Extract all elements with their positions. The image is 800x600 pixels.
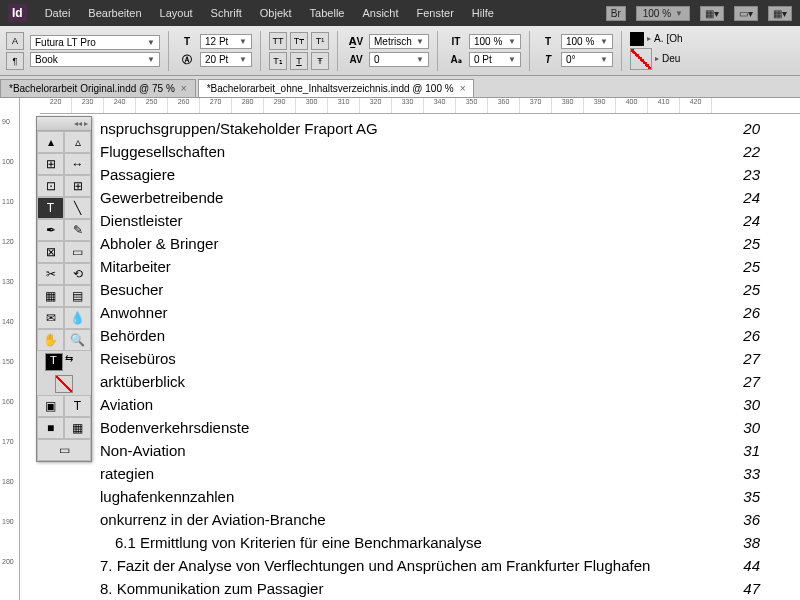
rectangle-tool[interactable]: ▭ (64, 241, 91, 263)
stroke-swatch[interactable] (55, 375, 73, 393)
formatting-container-button[interactable]: ▣ (37, 395, 64, 417)
zoom-tool[interactable]: 🔍 (64, 329, 91, 351)
char-format-button[interactable]: A (6, 32, 24, 50)
toc-entry[interactable]: Bodenverkehrsdienste30 (50, 417, 790, 440)
control-panel: A ¶ Futura LT Pro▼ Book▼ T12 Pt▼ Ⓐ20 Pt▼… (0, 26, 800, 76)
free-transform-tool[interactable]: ⟲ (64, 263, 91, 285)
toc-entry[interactable]: 7. Fazit der Analyse von Verflechtungen … (50, 555, 790, 578)
direct-selection-tool[interactable]: ▵ (64, 131, 91, 153)
kerning-icon: A̲V (346, 34, 366, 50)
toc-entry[interactable]: 6.1 Ermittlung von Kriterien für eine Be… (50, 532, 790, 555)
scissors-tool[interactable]: ✂ (37, 263, 64, 285)
font-family-dropdown[interactable]: Futura LT Pro▼ (30, 35, 160, 50)
stroke-none-icon[interactable] (630, 48, 652, 70)
toc-entry[interactable]: Anwohner26 (50, 302, 790, 325)
gap-tool[interactable]: ↔ (64, 153, 91, 175)
superscript-button[interactable]: T¹ (311, 32, 329, 50)
toc-entry[interactable]: onkurrenz in der Aviation-Branche36 (50, 509, 790, 532)
toc-entry[interactable]: Gewerbetreibende24 (50, 187, 790, 210)
toc-entry[interactable]: Besucher25 (50, 279, 790, 302)
hscale-dropdown[interactable]: 100 %▼ (561, 34, 613, 49)
toc-entry[interactable]: Aviation30 (50, 394, 790, 417)
baseline-dropdown[interactable]: 0 Pt▼ (469, 52, 521, 67)
fill-icon (630, 32, 644, 46)
tracking-dropdown[interactable]: 0▼ (369, 52, 429, 67)
skew-icon: T (538, 52, 558, 68)
document-tabs: *Bachelorarbeit Original.indd @ 75 %× *B… (0, 76, 800, 98)
toc-entry[interactable]: lughafenkennzahlen35 (50, 486, 790, 509)
leading-dropdown[interactable]: 20 Pt▼ (200, 52, 252, 67)
tools-panel: ◂◂ ▸ ▴ ▵ ⊞ ↔ ⊡ ⊞ T ╲ ✒ ✎ ⊠ ▭ ✂ ⟲ ▦ ▤ ✉ 💧… (36, 116, 92, 462)
allcaps-button[interactable]: TT (269, 32, 287, 50)
note-tool[interactable]: ✉ (37, 307, 64, 329)
rectangle-frame-tool[interactable]: ⊠ (37, 241, 64, 263)
pencil-tool[interactable]: ✎ (64, 219, 91, 241)
toc-entry[interactable]: rategien33 (50, 463, 790, 486)
eyedropper-tool[interactable]: 💧 (64, 307, 91, 329)
font-style-dropdown[interactable]: Book▼ (30, 52, 160, 67)
underline-button[interactable]: T (290, 52, 308, 70)
screen-mode-button[interactable]: ▭▾ (734, 6, 758, 21)
close-icon[interactable]: × (181, 83, 187, 94)
skew-dropdown[interactable]: 0°▼ (561, 52, 613, 67)
toc-entry[interactable]: nspruchsgruppen/Stakeholder Fraport AG20 (50, 118, 790, 141)
page-tool[interactable]: ⊞ (37, 153, 64, 175)
menu-tabelle[interactable]: Tabelle (310, 7, 345, 19)
menu-fenster[interactable]: Fenster (417, 7, 454, 19)
subscript-button[interactable]: T₁ (269, 52, 287, 70)
menu-schrift[interactable]: Schrift (211, 7, 242, 19)
toc-entry[interactable]: Behörden26 (50, 325, 790, 348)
swap-fill-stroke-icon[interactable]: ⇆ (65, 353, 83, 371)
toc-entry[interactable]: Fluggesellschaften22 (50, 141, 790, 164)
line-tool[interactable]: ╲ (64, 197, 91, 219)
toc-entry[interactable]: Mitarbeiter25 (50, 256, 790, 279)
content-placer-tool[interactable]: ⊞ (64, 175, 91, 197)
panel-collapse-icon[interactable]: ◂◂ ▸ (37, 117, 91, 131)
menu-bearbeiten[interactable]: Bearbeiten (88, 7, 141, 19)
vscale-dropdown[interactable]: 100 %▼ (469, 34, 521, 49)
toc-entry[interactable]: Reisebüros27 (50, 348, 790, 371)
toc-entry[interactable]: Dienstleister24 (50, 210, 790, 233)
strikethrough-button[interactable]: Ŧ (311, 52, 329, 70)
tab-doc-2[interactable]: *Bachelorarbeit_ohne_Inhaltsverzeichnis.… (198, 79, 475, 97)
toc-entry[interactable]: Passagiere23 (50, 164, 790, 187)
view-options-button[interactable]: ▦▾ (700, 6, 724, 21)
document-canvas[interactable]: 2202302402502602702802903003103203303403… (20, 98, 800, 600)
smallcaps-button[interactable]: Tᴛ (290, 32, 308, 50)
menu-datei[interactable]: Datei (45, 7, 71, 19)
gradient-swatch-tool[interactable]: ▦ (37, 285, 64, 307)
menu-layout[interactable]: Layout (160, 7, 193, 19)
menu-hilfe[interactable]: Hilfe (472, 7, 494, 19)
screen-mode-tool[interactable]: ▭ (37, 439, 91, 461)
formatting-text-button[interactable]: T (64, 395, 91, 417)
apply-gradient-button[interactable]: ▦ (64, 417, 91, 439)
menubar: Id Datei Bearbeiten Layout Schrift Objek… (0, 0, 800, 26)
pen-tool[interactable]: ✒ (37, 219, 64, 241)
content-collector-tool[interactable]: ⊡ (37, 175, 64, 197)
zoom-level[interactable]: 100 %▼ (636, 6, 690, 21)
selection-tool[interactable]: ▴ (37, 131, 64, 153)
menu-objekt[interactable]: Objekt (260, 7, 292, 19)
kerning-dropdown[interactable]: Metrisch▼ (369, 34, 429, 49)
tab-doc-1[interactable]: *Bachelorarbeit Original.indd @ 75 %× (0, 79, 196, 97)
toc-entry[interactable]: Abholer & Bringer25 (50, 233, 790, 256)
arrange-button[interactable]: ▦▾ (768, 6, 792, 21)
hscale-icon: T (538, 34, 558, 50)
toc-entry[interactable]: 8. Kommunikation zum Passagier47 (50, 578, 790, 600)
para-format-button[interactable]: ¶ (6, 52, 24, 70)
hand-tool[interactable]: ✋ (37, 329, 64, 351)
bridge-button[interactable]: Br (606, 6, 626, 21)
toc-entry[interactable]: Non-Aviation31 (50, 440, 790, 463)
gradient-feather-tool[interactable]: ▤ (64, 285, 91, 307)
page-content: nspruchsgruppen/Stakeholder Fraport AG20… (50, 118, 790, 600)
type-tool[interactable]: T (37, 197, 64, 219)
vertical-ruler: 90100110120130140150160170180190200 (0, 98, 20, 600)
menu-ansicht[interactable]: Ansicht (362, 7, 398, 19)
tracking-icon: AV (346, 52, 366, 68)
close-icon[interactable]: × (460, 83, 466, 94)
font-size-dropdown[interactable]: 12 Pt▼ (200, 34, 252, 49)
workspace: 90100110120130140150160170180190200 2202… (0, 98, 800, 600)
fill-swatch[interactable]: T (45, 353, 63, 371)
toc-entry[interactable]: arktüberblick27 (50, 371, 790, 394)
apply-color-button[interactable]: ■ (37, 417, 64, 439)
